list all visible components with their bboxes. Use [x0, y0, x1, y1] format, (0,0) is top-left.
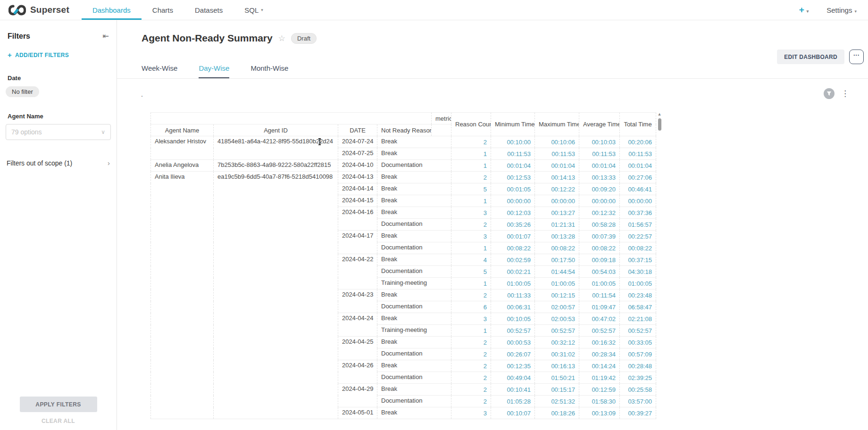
cell-value: 00:01:07 — [491, 231, 535, 242]
nav-item-datasets[interactable]: Datasets — [184, 0, 234, 20]
cell-value: 01:00:05 — [535, 278, 579, 289]
clear-all-button[interactable]: CLEAR ALL — [0, 418, 117, 424]
cell-value: 00:37:15 — [620, 254, 656, 266]
cell-reason: Break — [377, 289, 451, 301]
cell-value: 01:21:31 — [535, 219, 579, 231]
cell-value: 00:00:53 — [491, 337, 535, 348]
cell-value: 2 — [451, 289, 491, 301]
cell-value: 2 — [451, 172, 491, 183]
cell-value: 2 — [451, 372, 491, 384]
cell-reason: Break — [377, 407, 451, 419]
chart-menu-kebab-icon[interactable]: ⋮ — [841, 89, 849, 99]
cell-value: 00:10:03 — [579, 136, 620, 148]
new-item-button[interactable]: +▾ — [799, 5, 809, 15]
add-edit-filters-button[interactable]: + ADD/EDIT FILTERS — [8, 51, 109, 59]
date-filter-value[interactable]: No filter — [6, 86, 39, 97]
nav-item-sql[interactable]: SQL▾ — [234, 0, 274, 20]
more-options-button[interactable]: ··· — [849, 50, 864, 64]
cell-value: 00:52:57 — [491, 325, 535, 337]
tab-day-wise[interactable]: Day-Wise — [199, 64, 229, 78]
col-header: Total Time — [620, 113, 656, 136]
cell-date: 2024-04-10 — [338, 160, 377, 172]
cell-date: 2024-04-14 — [338, 183, 377, 195]
cell-value: 00:11:53 — [491, 148, 535, 160]
cell-value: 3 — [451, 207, 491, 219]
cell-reason: Training-meeting — [377, 325, 451, 337]
filters-out-of-scope-toggle[interactable]: Filters out of scope (1) › — [7, 159, 110, 167]
cell-reason: Documentation — [377, 396, 451, 407]
cell-date: 2024-04-29 — [338, 384, 377, 407]
favorite-star-icon[interactable]: ☆ — [278, 33, 285, 43]
cell-value: 00:12:59 — [579, 384, 620, 396]
cell-reason: Break — [377, 337, 451, 348]
cell-date: 2024-04-24 — [338, 313, 377, 337]
cell-reason: Break — [377, 231, 451, 242]
cell-value: 02:00:53 — [535, 313, 579, 325]
agent-name-filter-label: Agent Name — [8, 113, 109, 120]
cell-value: 00:01:04 — [620, 160, 656, 172]
cell-value: 2 — [451, 337, 491, 348]
scroll-up-arrow[interactable]: ▲ — [656, 112, 663, 116]
cell-value: 01:50:21 — [535, 372, 579, 384]
chevron-down-icon: ∨ — [101, 129, 105, 135]
cell-value: 00:11:53 — [620, 148, 656, 160]
cell-value: 00:52:57 — [579, 325, 620, 337]
cell-date: 2024-05-01 — [338, 407, 377, 419]
primary-nav: Dashboards Charts Datasets SQL▾ — [82, 0, 274, 20]
cell-value: 00:54:03 — [579, 266, 620, 278]
cell-value: 1 — [451, 278, 491, 289]
cell-value: 00:14:24 — [579, 360, 620, 372]
cell-value: 00:11:33 — [491, 289, 535, 301]
cell-value: 00:10:05 — [491, 313, 535, 325]
cell-value: 00:09:20 — [579, 183, 620, 195]
cell-agent-id: 41854e81-a64a-4212-8f95-55d180b22d24 — [214, 136, 338, 160]
cell-value: 02:00:57 — [535, 301, 579, 313]
cell-value: 00:13:27 — [535, 207, 579, 219]
cell-value: 00:46:41 — [620, 183, 656, 195]
caret-down-icon: ▾ — [854, 9, 857, 14]
cell-value: 06:58:47 — [620, 301, 656, 313]
cell-value: 00:26:07 — [491, 348, 535, 360]
cell-value: 1 — [451, 325, 491, 337]
tab-week-wise[interactable]: Week-Wise — [142, 64, 177, 78]
settings-menu[interactable]: Settings▾ — [826, 6, 857, 14]
pivot-table: metricReason CountMinimum TimeMaximum Ti… — [150, 112, 656, 419]
nav-item-charts[interactable]: Charts — [142, 0, 184, 20]
cell-value: 00:39:27 — [620, 407, 656, 419]
cell-value: 1 — [451, 195, 491, 207]
cell-value: 01:58:30 — [579, 396, 620, 407]
col-header: Average Time — [579, 113, 620, 136]
cell-value: 00:11:53 — [579, 148, 620, 160]
collapse-sidebar-icon[interactable]: ⇤ — [103, 32, 109, 41]
cell-value: 00:35:26 — [491, 219, 535, 231]
infinity-logo-icon — [8, 5, 26, 16]
superset-logo[interactable]: Superset — [0, 0, 82, 20]
cell-reason: Break — [377, 172, 451, 183]
cell-value: 00:15:17 — [535, 384, 579, 396]
cell-value: 00:12:32 — [579, 207, 620, 219]
apply-filters-button[interactable]: APPLY FILTERS — [20, 397, 97, 412]
cell-value: 01:05:28 — [491, 396, 535, 407]
metric-group-label: metric — [432, 113, 451, 124]
agent-name-select[interactable]: 79 options ∨ — [6, 124, 111, 140]
cell-agent-name: Aleksander Hristov — [151, 136, 214, 160]
applied-filters-indicator[interactable] — [824, 88, 835, 99]
filters-title: Filters — [8, 32, 30, 41]
edit-dashboard-button[interactable]: EDIT DASHBOARD — [777, 50, 844, 64]
tab-month-wise[interactable]: Month-Wise — [250, 64, 288, 78]
col-header: Agent Name — [151, 124, 214, 136]
dashboard-tabs: Week-Wise Day-Wise Month-Wise — [117, 58, 868, 79]
cell-value: 00:00:00 — [491, 195, 535, 207]
filters-sidebar: Filters ⇤ + ADD/EDIT FILTERS Date No fil… — [0, 20, 117, 430]
cell-value: 2 — [451, 348, 491, 360]
nav-item-dashboards[interactable]: Dashboards — [82, 0, 142, 20]
cell-reason: Documentation — [377, 160, 451, 172]
cell-value: 4 — [451, 254, 491, 266]
scrollbar-thumb[interactable] — [658, 118, 661, 131]
cell-value: 00:10:00 — [491, 136, 535, 148]
cell-date: 2024-07-24 — [338, 136, 377, 148]
cell-value: 00:32:12 — [535, 337, 579, 348]
table-row: Aleksander Hristov41854e81-a64a-4212-8f9… — [151, 136, 656, 148]
cell-reason: Documentation — [377, 242, 451, 254]
cell-value: 00:02:59 — [491, 254, 535, 266]
